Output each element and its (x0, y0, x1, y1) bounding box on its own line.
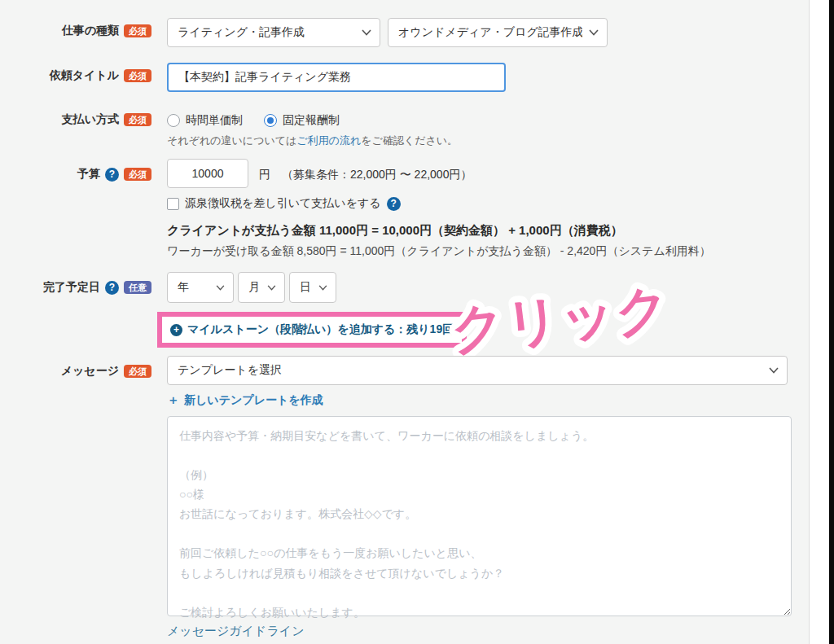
chevron-down-icon (769, 367, 779, 374)
month-value: 月 (248, 280, 260, 295)
job-category-value: ライティング・記事作成 (178, 25, 305, 40)
add-milestone-link[interactable]: + マイルストーン（段階払い）を追加する：残り19回 (157, 312, 467, 348)
radio-unchecked-icon (167, 114, 180, 127)
budget-input[interactable] (167, 159, 248, 188)
message-textarea[interactable] (167, 416, 792, 616)
payment-note-pre: それぞれの違いについては (167, 134, 296, 147)
create-template-label: 新しいテンプレートを作成 (184, 393, 323, 408)
screen-edge (829, 0, 834, 644)
chevron-down-icon (362, 29, 371, 36)
due-date-label-row: 完了予定日 ? 任意 (0, 280, 151, 295)
help-icon[interactable]: ? (105, 281, 119, 295)
request-title-input[interactable] (167, 63, 506, 92)
payment-hourly-label: 時間単価制 (186, 113, 243, 128)
budget-condition: （募集条件：22,000円 〜 22,000円） (282, 168, 472, 182)
day-select[interactable]: 日 (289, 272, 336, 303)
payment-fixed-label: 固定報酬制 (283, 113, 340, 128)
add-milestone-label: マイルストーン（段階払い）を追加する：残り19回 (187, 322, 454, 337)
message-label-row: メッセージ 必須 (0, 364, 151, 379)
year-select[interactable]: 年 (167, 272, 234, 303)
budget-label-row: 予算 ? 必須 (0, 167, 151, 182)
payment-fixed-radio[interactable]: 固定報酬制 (264, 113, 340, 128)
usage-flow-link[interactable]: ご利用の流れ (296, 134, 361, 147)
job-subcategory-value: オウンドメディア・ブログ記事作成 (398, 25, 582, 40)
withholding-label: 源泉徴収税を差し引いて支払いをする (185, 196, 381, 211)
due-date-label: 完了予定日 (43, 280, 100, 295)
optional-badge: 任意 (124, 281, 151, 294)
title-label-row: 依頼タイトル 必須 (0, 68, 151, 83)
required-badge: 必須 (124, 113, 151, 126)
job-type-label-row: 仕事の種類 必須 (0, 24, 151, 38)
message-label: メッセージ (61, 364, 119, 379)
worker-gets-text: ワーカーが受け取る金額 8,580円 = 11,000円（クライアントが支払う金… (167, 244, 711, 259)
withholding-checkbox[interactable] (167, 198, 179, 210)
required-badge: 必須 (124, 168, 151, 181)
payment-note: それぞれの違いについてはご利用の流れをご確認ください。 (167, 134, 458, 148)
chevron-down-icon (318, 285, 327, 291)
required-badge: 必須 (124, 24, 151, 37)
job-category-select[interactable]: ライティング・記事作成 (167, 18, 380, 47)
job-subcategory-select[interactable]: オウンドメディア・ブログ記事作成 (388, 18, 608, 47)
chevron-down-icon (267, 285, 276, 291)
template-select[interactable]: テンプレートを選択 (167, 356, 788, 385)
payment-label-row: 支払い方式 必須 (0, 112, 151, 127)
day-value: 日 (300, 280, 311, 295)
budget-label: 予算 (77, 167, 100, 182)
payment-note-post: をご確認ください。 (361, 134, 458, 147)
job-type-label: 仕事の種類 (62, 24, 119, 38)
template-select-value: テンプレートを選択 (178, 363, 282, 378)
help-icon[interactable]: ? (105, 168, 119, 182)
message-textarea-wrap: 仕事内容や予算・納期目安などを書いて、ワーカーに依頼の相談をしましょう。 （例）… (167, 416, 792, 616)
click-annotation: クリック (440, 265, 717, 359)
chevron-down-icon (589, 29, 599, 36)
year-value: 年 (178, 280, 189, 295)
title-label: 依頼タイトル (50, 68, 119, 83)
required-badge: 必須 (124, 69, 151, 82)
create-template-link[interactable]: ＋ 新しいテンプレートを作成 (167, 392, 323, 408)
plus-icon: ＋ (167, 392, 179, 408)
message-guideline-link[interactable]: メッセージガイドライン (167, 624, 305, 639)
client-pays-text: クライアントが支払う金額 11,000円 = 10,000円（契約金額） + 1… (167, 223, 623, 239)
required-badge: 必須 (124, 365, 151, 378)
right-gutter (810, 0, 829, 644)
help-icon[interactable]: ? (387, 197, 401, 211)
plus-circle-icon: + (170, 324, 182, 336)
job-request-form-page: 仕事の種類 必須 ライティング・記事作成 オウンドメディア・ブログ記事作成 依頼… (0, 0, 834, 644)
chevron-down-icon (216, 285, 225, 291)
radio-checked-icon (264, 114, 277, 127)
payment-label: 支払い方式 (62, 112, 119, 127)
payment-hourly-radio[interactable]: 時間単価制 (167, 113, 243, 128)
click-annotation-text: クリック (448, 277, 673, 359)
budget-unit: 円 (259, 168, 270, 182)
month-select[interactable]: 月 (238, 272, 285, 303)
